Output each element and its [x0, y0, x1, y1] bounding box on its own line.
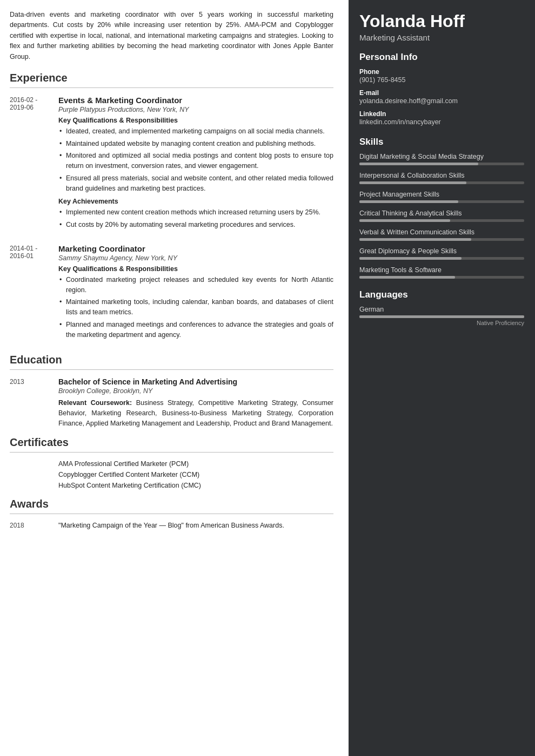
exp-job-title: Marketing Coordinator: [58, 244, 333, 253]
exp-dates: 2014-01 -2016-01: [10, 244, 58, 345]
skill-item: Interpersonal & Collaboration Skills: [359, 172, 524, 184]
personal-info-title: Personal Info: [359, 52, 524, 63]
phone-value: (901) 765-8455: [359, 76, 524, 84]
education-section-title: Education: [10, 354, 333, 366]
awards-divider: [10, 514, 333, 514]
skills-section: Skills Digital Marketing & Social Media …: [359, 137, 524, 279]
languages-section: Languages German Native Proficiency: [359, 289, 524, 326]
achievements-heading: Key Achievements: [58, 198, 333, 205]
qualification-item: Maintained updated website by managing c…: [58, 139, 333, 149]
languages-title: Languages: [359, 289, 524, 300]
qualification-item: Monitored and optimized all social media…: [58, 151, 333, 171]
skill-name: Interpersonal & Collaboration Skills: [359, 172, 524, 179]
qualification-item: Ensured all press materials, social and …: [58, 173, 333, 194]
certificates-section-title: Certificates: [10, 436, 333, 449]
achievement-item: Implemented new content creation methods…: [58, 207, 333, 218]
award-text: "Marketing Campaign of the Year — Blog" …: [58, 522, 333, 529]
skills-container: Digital Marketing & Social Media Strateg…: [359, 153, 524, 279]
achievement-item: Cut costs by 20% by automating several m…: [58, 220, 333, 230]
exp-content: Marketing Coordinator Sammy Shaymu Agenc…: [58, 244, 333, 345]
qualifications-heading: Key Qualifications & Responsibilities: [58, 265, 333, 273]
skill-name: Project Management Skills: [359, 191, 524, 198]
skill-bar-fill: [359, 238, 471, 241]
skill-bar-bg: [359, 181, 524, 184]
language-bar-bg: [359, 315, 524, 318]
experience-item: 2016-02 -2019-06 Events & Marketing Coor…: [10, 96, 333, 234]
skill-item: Critical Thinking & Analytical Skills: [359, 210, 524, 222]
languages-container: German Native Proficiency: [359, 306, 524, 326]
qualification-item: Ideated, created, and implemented market…: [58, 126, 333, 137]
skill-bar-bg: [359, 276, 524, 279]
skill-item: Digital Marketing & Social Media Strateg…: [359, 153, 524, 165]
awards-section-title: Awards: [10, 498, 333, 510]
exp-content: Events & Marketing Coordinator Purple Pl…: [58, 96, 333, 234]
education-item: 2013 Bachelor of Science in Marketing An…: [10, 377, 333, 428]
education-container: 2013 Bachelor of Science in Marketing An…: [10, 377, 333, 428]
experience-container: 2016-02 -2019-06 Events & Marketing Coor…: [10, 96, 333, 345]
skill-name: Critical Thinking & Analytical Skills: [359, 210, 524, 217]
edu-coursework: Relevant Coursework: Business Strategy, …: [58, 398, 333, 428]
skill-bar-fill: [359, 163, 478, 165]
edu-school: Brooklyn College, Brooklyn, NY: [58, 387, 333, 395]
summary-text: Data-driven events and marketing coordin…: [10, 10, 333, 62]
skills-title: Skills: [359, 137, 524, 147]
edu-degree: Bachelor of Science in Marketing And Adv…: [58, 377, 333, 386]
qualifications-list: Coordinated marketing project releases a…: [58, 275, 333, 340]
experience-item: 2014-01 -2016-01 Marketing Coordinator S…: [10, 244, 333, 345]
email-label: E-mail: [359, 89, 524, 97]
skill-bar-bg: [359, 200, 524, 203]
exp-company: Purple Platypus Productions, New York, N…: [58, 106, 333, 113]
candidate-job-title: Marketing Assistant: [359, 33, 524, 42]
skill-item: Project Management Skills: [359, 191, 524, 203]
certificates-container: AMA Professional Certified Marketer (PCM…: [10, 460, 333, 489]
education-divider: [10, 369, 333, 370]
certificate-item: AMA Professional Certified Marketer (PCM…: [10, 460, 333, 468]
left-column: Data-driven events and marketing coordin…: [0, 0, 349, 756]
linkedin-value: linkedin.com/in/nancybayer: [359, 118, 524, 126]
awards-container: 2018 "Marketing Campaign of the Year — B…: [10, 522, 333, 529]
skill-item: Great Diplomacy & People Skills: [359, 247, 524, 260]
skill-bar-fill: [359, 257, 462, 260]
certificate-item: HubSpot Content Marketing Certification …: [10, 482, 333, 489]
skill-bar-bg: [359, 163, 524, 165]
email-value: yolanda.desiree.hoff@gmail.com: [359, 97, 524, 105]
certificates-divider: [10, 452, 333, 453]
skill-bar-fill: [359, 276, 455, 279]
experience-section-title: Experience: [10, 72, 333, 84]
skill-item: Verbal & Written Communication Skills: [359, 228, 524, 241]
candidate-name: Yolanda Hoff: [359, 12, 524, 31]
qualifications-list: Ideated, created, and implemented market…: [58, 126, 333, 194]
skill-name: Marketing Tools & Software: [359, 266, 524, 274]
name-title-area: Yolanda Hoff Marketing Assistant: [359, 12, 524, 42]
award-year: 2018: [10, 522, 58, 529]
achievements-list: Implemented new content creation methods…: [58, 207, 333, 230]
language-item: German Native Proficiency: [359, 306, 524, 326]
right-column: Yolanda Hoff Marketing Assistant Persona…: [349, 0, 535, 756]
qualification-item: Planned and managed meetings and confere…: [58, 320, 333, 340]
skill-bar-bg: [359, 238, 524, 241]
certificate-item: Copyblogger Certified Content Marketer (…: [10, 471, 333, 478]
skill-item: Marketing Tools & Software: [359, 266, 524, 279]
language-proficiency: Native Proficiency: [359, 320, 524, 326]
personal-info-section: Personal Info Phone (901) 765-8455 E-mai…: [359, 52, 524, 126]
skill-name: Digital Marketing & Social Media Strateg…: [359, 153, 524, 160]
experience-divider: [10, 87, 333, 88]
skill-bar-bg: [359, 219, 524, 222]
language-name: German: [359, 306, 524, 313]
skill-bar-bg: [359, 257, 524, 260]
qualifications-heading: Key Qualifications & Responsibilities: [58, 117, 333, 124]
exp-job-title: Events & Marketing Coordinator: [58, 96, 333, 105]
skill-bar-fill: [359, 181, 466, 184]
skill-bar-fill: [359, 219, 450, 222]
skill-bar-fill: [359, 200, 458, 203]
skill-name: Great Diplomacy & People Skills: [359, 247, 524, 255]
phone-label: Phone: [359, 68, 524, 76]
exp-dates: 2016-02 -2019-06: [10, 96, 58, 234]
edu-content: Bachelor of Science in Marketing And Adv…: [58, 377, 333, 428]
qualification-item: Coordinated marketing project releases a…: [58, 275, 333, 295]
award-item: 2018 "Marketing Campaign of the Year — B…: [10, 522, 333, 529]
linkedin-label: LinkedIn: [359, 110, 524, 118]
edu-year: 2013: [10, 377, 58, 428]
qualification-item: Maintained marketing tools, including ca…: [58, 297, 333, 318]
language-bar-fill: [359, 315, 524, 318]
